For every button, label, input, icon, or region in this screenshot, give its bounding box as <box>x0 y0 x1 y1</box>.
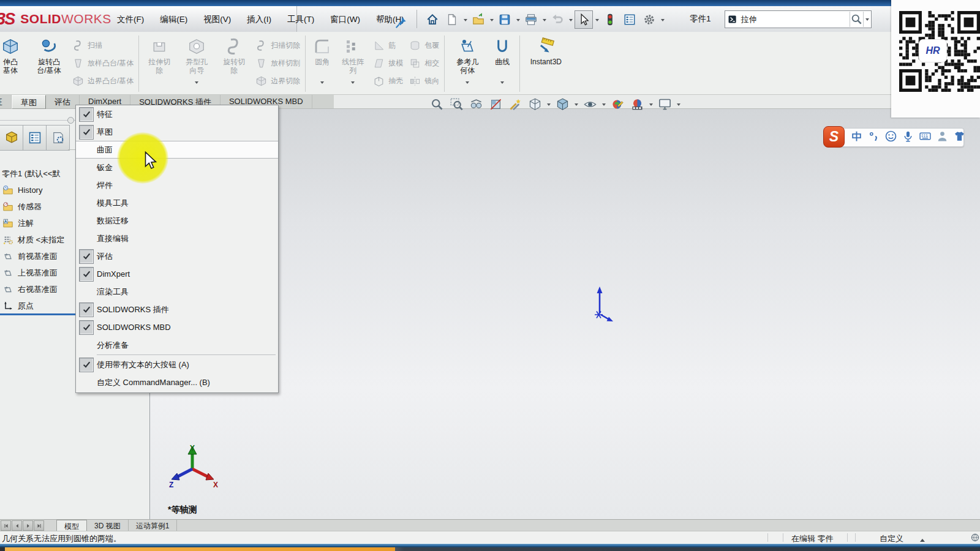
ime-skin-icon[interactable] <box>953 130 966 143</box>
scroll-last-button[interactable] <box>34 520 44 531</box>
boundary-boss-base-button[interactable]: 边界凸台/基体 <box>72 72 134 90</box>
search-input[interactable] <box>739 14 850 24</box>
context-menu-item-1[interactable]: 自定义 CommandManager... (B) <box>76 373 278 391</box>
ime-profile-icon[interactable] <box>936 130 949 143</box>
hide-show-items-button[interactable] <box>581 96 600 113</box>
rib-button[interactable]: 筋 <box>373 37 403 54</box>
propertymanager-tab[interactable] <box>23 125 47 151</box>
open-button[interactable] <box>469 10 488 29</box>
tab-motion-study-1[interactable]: 运动算例1 <box>129 520 178 531</box>
ime-voice-icon[interactable] <box>902 130 914 143</box>
reference-geometry-button[interactable]: 参考几 何体 <box>447 33 488 94</box>
context-menu-item-12[interactable]: SOLIDWORKS MBD <box>76 318 278 336</box>
tab-evaluate[interactable]: 评估 <box>46 95 80 109</box>
context-menu-item-8[interactable]: 评估 <box>76 247 278 265</box>
taskbar-sliver[interactable] <box>0 547 980 551</box>
zoom-area-button[interactable] <box>447 96 466 113</box>
revolved-boss-base-button[interactable]: 旋转凸 台/基体 <box>29 33 69 94</box>
context-menu-item-0[interactable]: 特征 <box>76 105 278 123</box>
context-menu-item-6[interactable]: 数据迁移 <box>76 212 278 230</box>
context-menu-item-5[interactable]: 模具工具 <box>76 194 278 212</box>
context-menu-item-3[interactable]: 钣金 <box>76 159 278 176</box>
tab-features[interactable]: 特征 <box>0 95 12 109</box>
scroll-next-button[interactable] <box>23 520 33 531</box>
context-menu-item-13[interactable]: 分析准备 <box>76 336 278 354</box>
extruded-cut-button[interactable]: 拉伸切 除 <box>141 33 177 94</box>
ime-soft-keyboard-icon[interactable] <box>919 130 932 143</box>
configurationmanager-tab[interactable] <box>47 125 70 151</box>
new-document-button[interactable] <box>443 10 461 29</box>
wrap-button[interactable]: 包覆 <box>409 37 439 54</box>
context-menu-item-1[interactable]: 草图 <box>76 123 278 141</box>
home-button[interactable] <box>423 10 442 29</box>
previous-view-button[interactable] <box>467 96 486 113</box>
scroll-first-button[interactable] <box>1 520 11 531</box>
print-button[interactable] <box>522 10 540 29</box>
magnifier-icon[interactable] <box>850 12 863 27</box>
lofted-cut-button[interactable]: 放样切割 <box>255 54 300 72</box>
view-settings-button[interactable] <box>655 96 674 113</box>
context-menu-item-11[interactable]: SOLIDWORKS 插件 <box>76 301 278 318</box>
extruded-boss-base-button[interactable]: 伸凸 基体 <box>0 33 29 94</box>
swept-boss-base-button[interactable]: 扫描 <box>72 37 134 54</box>
menu-item-5[interactable]: 窗口(W) <box>322 11 368 28</box>
intersect-button[interactable]: 相交 <box>409 54 439 72</box>
undo-button[interactable] <box>548 10 567 29</box>
options-button-dropdown[interactable] <box>659 11 666 28</box>
view-orientation-button[interactable] <box>526 96 545 113</box>
undo-button-dropdown[interactable] <box>567 11 574 28</box>
ime-punctuation-icon[interactable] <box>867 130 880 143</box>
context-menu-item-10[interactable]: 渲染工具 <box>76 283 278 301</box>
view-orientation-button-dropdown[interactable] <box>545 96 552 113</box>
save-button[interactable] <box>496 10 514 29</box>
ime-emoji-icon[interactable] <box>884 130 897 143</box>
status-expand-arrow-icon[interactable] <box>920 536 925 542</box>
menu-item-3[interactable]: 插入(I) <box>239 11 279 28</box>
ime-chinese-mode-icon[interactable] <box>850 130 863 143</box>
performance-evaluation-button[interactable] <box>601 10 619 29</box>
menu-item-0[interactable]: 文件(F) <box>109 11 152 28</box>
context-menu-item-2[interactable]: 曲面 <box>76 141 278 159</box>
tab-3d-views[interactable]: 3D 视图 <box>87 520 129 531</box>
context-menu-item-0[interactable]: 使用带有文本的大按钮 (A) <box>76 356 278 373</box>
revolved-cut-button[interactable]: 旋转切 除 <box>216 33 252 94</box>
apply-scene-button[interactable] <box>628 96 647 113</box>
section-view-button[interactable] <box>486 96 505 113</box>
display-style-button[interactable] <box>553 96 572 113</box>
scroll-prev-button[interactable] <box>12 520 22 531</box>
pin-menu-icon[interactable] <box>394 16 408 29</box>
dynamic-annotation-button[interactable] <box>506 96 525 113</box>
display-pane-button[interactable] <box>620 10 639 29</box>
edit-appearance-button[interactable] <box>608 96 627 113</box>
menu-item-4[interactable]: 工具(T) <box>279 11 322 28</box>
instant3d-button[interactable]: Instant3D <box>522 33 569 94</box>
hide-show-items-button-dropdown[interactable] <box>600 96 608 113</box>
status-custom-label[interactable]: 自定义 <box>880 533 903 544</box>
draft-button[interactable]: 拔模 <box>373 54 403 72</box>
shell-button[interactable]: 抽壳 <box>373 72 403 90</box>
context-menu-item-4[interactable]: 焊件 <box>76 176 278 194</box>
zoom-fit-button[interactable] <box>428 96 447 113</box>
mirror-button[interactable]: 镜向 <box>409 72 439 90</box>
save-button-dropdown[interactable] <box>514 11 521 28</box>
lofted-boss-base-button[interactable]: 放样凸台/基体 <box>72 54 134 72</box>
select-button-dropdown[interactable] <box>594 11 600 28</box>
linear-pattern-button[interactable]: 线性阵 列 <box>336 33 369 94</box>
search-dropdown-icon[interactable] <box>863 12 871 27</box>
new-document-button-dropdown[interactable] <box>462 11 469 28</box>
view-settings-button-dropdown[interactable] <box>675 96 682 113</box>
context-menu-item-7[interactable]: 直接编辑 <box>76 230 278 247</box>
panel-splitter-handle[interactable] <box>67 117 74 124</box>
options-button[interactable] <box>640 10 658 29</box>
tab-model[interactable]: 模型 <box>56 520 87 531</box>
display-style-button-dropdown[interactable] <box>573 96 580 113</box>
command-search-box[interactable] <box>725 10 872 28</box>
menu-item-2[interactable]: 视图(V) <box>195 11 239 28</box>
swept-cut-button[interactable]: 扫描切除 <box>255 37 300 54</box>
sogou-logo[interactable]: S <box>823 126 845 148</box>
hole-wizard-button[interactable]: 异型孔 向导 <box>177 33 216 94</box>
select-button[interactable] <box>575 10 593 29</box>
apply-scene-button-dropdown[interactable] <box>647 96 655 113</box>
featuremanager-tree-tab[interactable] <box>0 125 23 151</box>
fillet-button[interactable]: 圆角 <box>308 33 336 94</box>
